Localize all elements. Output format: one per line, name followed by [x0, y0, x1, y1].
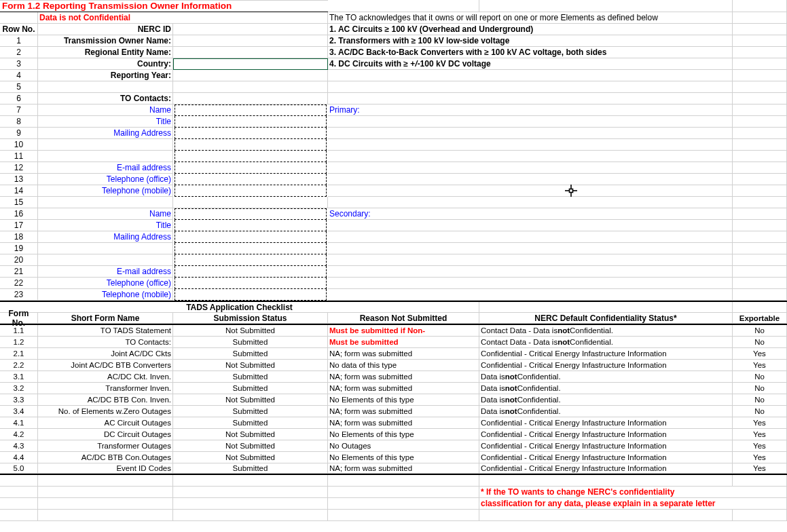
contact-side-label: Secondary:	[328, 208, 733, 220]
blank-cell	[328, 162, 733, 174]
blank-cell	[479, 510, 733, 521]
blank-cell	[733, 70, 787, 81]
submission-status: Submitted	[173, 371, 328, 383]
input-cell[interactable]	[173, 47, 328, 58]
blank-cell	[733, 24, 787, 35]
input-cell[interactable]	[173, 93, 328, 104]
row-number: 9	[0, 128, 38, 139]
blank-cell	[733, 208, 787, 220]
definition-3: 3. AC/DC Back-to-Back Converters with ≥ …	[328, 47, 733, 58]
exportable: Yes	[733, 429, 787, 440]
blank-cell	[733, 116, 787, 128]
row-number: 21	[0, 266, 38, 278]
short-form-name: DC Circuit Outages	[38, 429, 173, 440]
reason-not-submitted: NA; form was submitted	[328, 406, 479, 417]
input-cell[interactable]	[173, 289, 328, 301]
input-cell[interactable]	[173, 197, 328, 208]
input-cell[interactable]	[173, 81, 328, 93]
confidentiality-status: Data is not Confidential.	[479, 394, 733, 406]
blank-cell	[733, 47, 787, 58]
row-label	[38, 81, 173, 93]
footer-note-2: classification for any data, please expl…	[479, 498, 787, 510]
input-cell[interactable]	[173, 174, 328, 185]
exportable: Yes	[733, 463, 787, 474]
input-cell[interactable]	[173, 104, 328, 116]
blank-cell	[479, 302, 733, 313]
blank-cell	[733, 162, 787, 174]
row-label: Mailing Address	[38, 231, 173, 243]
reason-not-submitted: No Elements of this type	[328, 429, 479, 440]
blank-cell	[733, 128, 787, 139]
input-cell[interactable]	[173, 231, 328, 243]
row-label: Telephone (office)	[38, 174, 173, 185]
checklist-title: TADS Application Checklist	[0, 302, 479, 313]
row-number: 10	[0, 139, 38, 151]
col-conf: NERC Default Confidentiality Status*	[479, 313, 733, 324]
row-label: Country:	[38, 58, 173, 70]
input-cell[interactable]	[173, 70, 328, 81]
row-label: E-mail address	[38, 266, 173, 278]
input-cell[interactable]	[173, 35, 328, 47]
confidentiality-status: Data is not Confidential.	[479, 383, 733, 394]
input-cell[interactable]	[173, 162, 328, 174]
blank-cell	[733, 93, 787, 104]
row-number: 4	[0, 70, 38, 81]
row-label	[38, 197, 173, 208]
input-cell[interactable]	[173, 266, 328, 278]
row-number: 1	[0, 35, 38, 47]
blank-cell	[328, 81, 733, 93]
input-cell[interactable]	[173, 208, 328, 220]
blank-cell	[328, 0, 479, 12]
short-form-name: Transformer Outages	[38, 440, 173, 452]
blank-cell	[733, 231, 787, 243]
input-cell[interactable]	[173, 254, 328, 266]
blank-cell	[733, 220, 787, 231]
svg-rect-4	[570, 189, 573, 193]
blank-cell	[733, 139, 787, 151]
col-reason: Reason Not Submitted	[328, 313, 479, 324]
blank-cell	[328, 220, 733, 231]
form-no: 3.1	[0, 371, 38, 383]
col-form-no: Form No.	[0, 313, 38, 324]
blank-cell	[733, 174, 787, 185]
col-status: Submission Status	[173, 313, 328, 324]
confidentiality-status: Data is not Confidential.	[479, 406, 733, 417]
blank-cell	[733, 254, 787, 266]
blank-cell	[733, 12, 787, 24]
row-number: 20	[0, 254, 38, 266]
row-number: 23	[0, 289, 38, 301]
input-cell[interactable]	[173, 58, 328, 70]
confidentiality-status: Confidential - Critical Energy Infastruc…	[479, 463, 733, 474]
submission-status: Submitted	[173, 337, 328, 348]
input-cell[interactable]	[173, 243, 328, 254]
row-label: Name	[38, 104, 173, 116]
exportable: No	[733, 371, 787, 383]
row-label	[38, 254, 173, 266]
blank-cell	[328, 510, 479, 521]
short-form-name: AC/DC BTB Con.Outages	[38, 452, 173, 463]
exportable: Yes	[733, 360, 787, 371]
input-cell[interactable]	[173, 128, 328, 139]
blank-cell	[328, 231, 733, 243]
row-label	[38, 139, 173, 151]
input-cell[interactable]	[173, 151, 328, 162]
blank-cell	[0, 510, 38, 521]
exportable: Yes	[733, 417, 787, 429]
input-cell[interactable]	[173, 220, 328, 231]
input-cell[interactable]	[173, 116, 328, 128]
form-no: 3.4	[0, 406, 38, 417]
row-number: 15	[0, 197, 38, 208]
short-form-name: No. of Elements w.Zero Outages	[38, 406, 173, 417]
reason-not-submitted: No Elements of this type	[328, 394, 479, 406]
input-cell[interactable]	[173, 185, 328, 197]
form-title: Form 1.2 Reporting Transmission Owner In…	[0, 0, 328, 12]
row-label: Telephone (office)	[38, 278, 173, 289]
blank-cell	[328, 185, 733, 197]
input-cell[interactable]	[173, 139, 328, 151]
short-form-name: Event ID Codes	[38, 463, 173, 474]
blank-cell	[328, 498, 479, 510]
input-cell[interactable]	[173, 278, 328, 289]
blank-cell	[328, 289, 733, 301]
reason-not-submitted: NA; form was submitted	[328, 417, 479, 429]
confidentiality-status: Contact Data - Data is not Confidential.	[479, 337, 733, 348]
